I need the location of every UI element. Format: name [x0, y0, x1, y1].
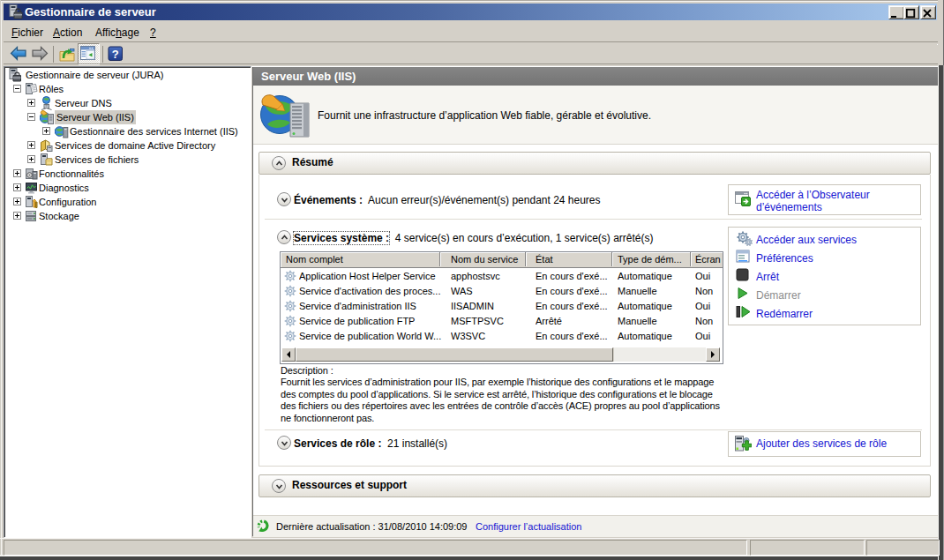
svg-text:?: ?: [112, 48, 119, 61]
